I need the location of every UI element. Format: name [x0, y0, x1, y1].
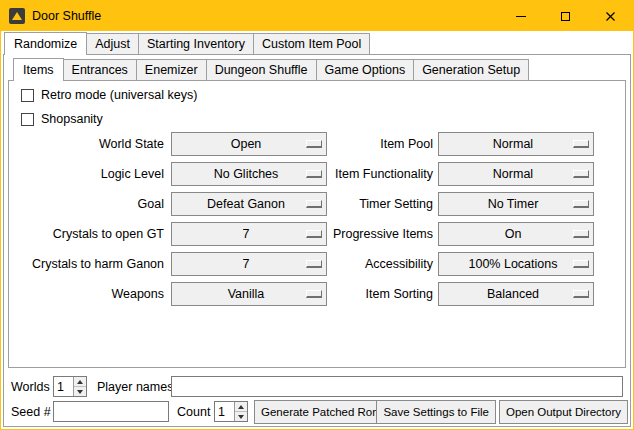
- maximize-icon: [561, 12, 570, 21]
- worlds-stepper[interactable]: [53, 376, 87, 397]
- stepper-up-icon[interactable]: [235, 402, 247, 411]
- save-settings-button[interactable]: Save Settings to File: [376, 400, 495, 424]
- count-label: Count: [177, 401, 210, 423]
- outer-tab-bar: Randomize Adjust Starting Inventory Cust…: [4, 32, 370, 54]
- item-pool-dropdown[interactable]: Normal: [438, 132, 594, 156]
- generate-patched-rom-button[interactable]: Generate Patched Rom: [254, 400, 389, 424]
- dropdown-value: Open: [172, 137, 306, 151]
- player-names-label: Player names: [97, 376, 173, 398]
- titlebar[interactable]: Door Shuffle: [1, 1, 633, 31]
- close-icon: [605, 11, 616, 22]
- tab-dungeon-shuffle[interactable]: Dungeon Shuffle: [206, 59, 317, 80]
- retro-mode-label: Retro mode (universal keys): [41, 88, 197, 102]
- dropdown-indicator-icon: [573, 200, 589, 208]
- dropdown-indicator-icon: [573, 290, 589, 298]
- dropdown-indicator-icon: [573, 230, 589, 238]
- tab-generation-setup[interactable]: Generation Setup: [413, 59, 529, 80]
- player-names-input[interactable]: [171, 376, 623, 397]
- tab-game-options[interactable]: Game Options: [316, 59, 415, 80]
- window-controls: [498, 1, 633, 31]
- count-stepper[interactable]: [214, 401, 248, 422]
- shopsanity-checkbox[interactable]: Shopsanity: [21, 111, 103, 127]
- count-stepper-arrows: [234, 402, 247, 421]
- crystals-ganon-label: Crystals to harm Ganon: [9, 252, 164, 276]
- retro-mode-checkbox[interactable]: Retro mode (universal keys): [21, 87, 197, 103]
- dropdown-indicator-icon: [573, 140, 589, 148]
- weapons-label: Weapons: [9, 282, 164, 306]
- timer-setting-label: Timer Setting: [301, 192, 433, 216]
- seed-input[interactable]: [53, 401, 169, 422]
- shopsanity-label: Shopsanity: [41, 112, 103, 126]
- tab-starting-inventory[interactable]: Starting Inventory: [138, 33, 254, 54]
- window-title: Door Shuffle: [32, 9, 101, 23]
- dropdown-value: No Glitches: [172, 167, 306, 181]
- tab-items[interactable]: Items: [13, 58, 64, 81]
- open-output-directory-button[interactable]: Open Output Directory: [499, 400, 628, 424]
- dropdown-value: 7: [172, 257, 306, 271]
- dropdown-value: Normal: [439, 167, 573, 181]
- inner-tab-bar: Items Entrances Enemizer Dungeon Shuffle…: [13, 58, 529, 80]
- maximize-button[interactable]: [543, 1, 588, 31]
- count-input[interactable]: [215, 402, 234, 421]
- minimize-button[interactable]: [498, 1, 543, 31]
- checkbox-icon[interactable]: [21, 89, 34, 102]
- dropdown-indicator-icon: [573, 260, 589, 268]
- tab-entrances[interactable]: Entrances: [63, 59, 137, 80]
- tab-adjust[interactable]: Adjust: [86, 33, 139, 54]
- accessibility-label: Accessibility: [301, 252, 433, 276]
- item-pool-label: Item Pool: [301, 132, 433, 156]
- minimize-icon: [516, 16, 526, 17]
- app-icon: [9, 8, 25, 24]
- worlds-label: Worlds: [11, 376, 50, 398]
- logic-level-label: Logic Level: [9, 162, 164, 186]
- dropdown-value: Vanilla: [172, 287, 306, 301]
- item-sorting-dropdown[interactable]: Balanced: [438, 282, 594, 306]
- dropdown-value: On: [439, 227, 573, 241]
- crystals-gt-label: Crystals to open GT: [9, 222, 164, 246]
- progressive-items-label: Progressive Items: [301, 222, 433, 246]
- item-sorting-label: Item Sorting: [301, 282, 433, 306]
- accessibility-dropdown[interactable]: 100% Locations: [438, 252, 594, 276]
- bottom-right-buttons: Save Settings to File Open Output Direct…: [376, 400, 628, 424]
- checkbox-icon[interactable]: [21, 113, 34, 126]
- item-functionality-label: Item Functionality: [301, 162, 433, 186]
- close-button[interactable]: [588, 1, 633, 31]
- tab-custom-item-pool[interactable]: Custom Item Pool: [253, 33, 370, 54]
- item-functionality-dropdown[interactable]: Normal: [438, 162, 594, 186]
- timer-setting-dropdown[interactable]: No Timer: [438, 192, 594, 216]
- stepper-down-icon[interactable]: [235, 411, 247, 421]
- goal-label: Goal: [9, 192, 164, 216]
- tab-randomize[interactable]: Randomize: [4, 32, 87, 55]
- stepper-down-icon[interactable]: [74, 386, 86, 396]
- dropdown-value: Balanced: [439, 287, 573, 301]
- worlds-stepper-arrows: [73, 377, 86, 396]
- seed-label: Seed #: [11, 401, 51, 423]
- dropdown-value: No Timer: [439, 197, 573, 211]
- worlds-input[interactable]: [54, 377, 73, 396]
- stepper-up-icon[interactable]: [74, 377, 86, 386]
- world-state-label: World State: [9, 132, 164, 156]
- tab-enemizer[interactable]: Enemizer: [136, 59, 207, 80]
- client-area: Randomize Adjust Starting Inventory Cust…: [1, 31, 633, 429]
- dropdown-value: 100% Locations: [439, 257, 573, 271]
- dropdown-value: Normal: [439, 137, 573, 151]
- dropdown-value: Defeat Ganon: [172, 197, 306, 211]
- dropdown-indicator-icon: [573, 170, 589, 178]
- progressive-items-dropdown[interactable]: On: [438, 222, 594, 246]
- door-shuffle-window: Door Shuffle Randomize Adjust Starting I…: [0, 0, 634, 430]
- dropdown-value: 7: [172, 227, 306, 241]
